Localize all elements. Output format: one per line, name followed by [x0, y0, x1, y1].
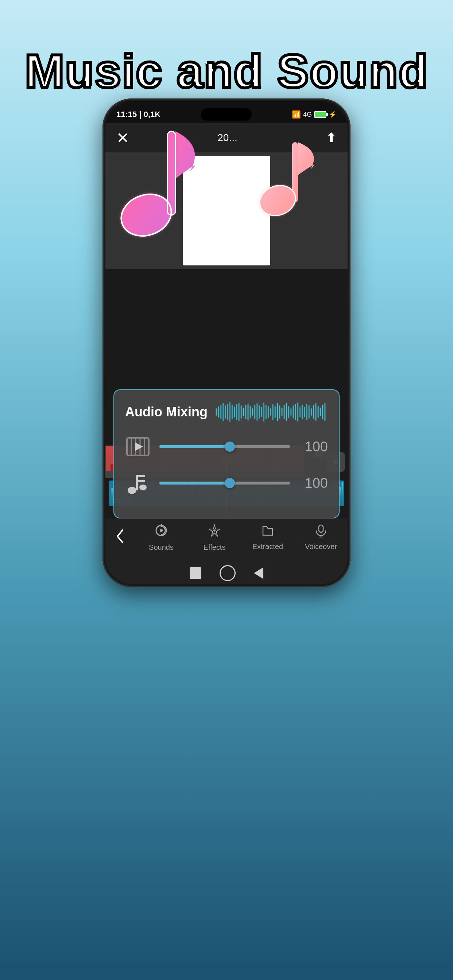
video-track-icon — [125, 434, 151, 460]
effects-icon — [207, 523, 222, 540]
nav-item-voiceover[interactable]: Voiceover — [303, 523, 339, 552]
svg-point-55 — [128, 487, 136, 494]
upload-button[interactable]: ⬆ — [326, 130, 337, 145]
waveform-display — [215, 401, 328, 423]
phone-frame: 11:15 | 0,1K 📶 4G ⚡ ✕ 20... ⬆ Audio Mixi… — [102, 99, 351, 587]
svg-point-56 — [139, 485, 147, 490]
nav-item-effects[interactable]: Effects — [196, 523, 233, 552]
nav-item-sounds[interactable]: Sounds — [143, 523, 179, 552]
svg-rect-45 — [317, 406, 319, 418]
nav-items: Sounds Effects — [135, 523, 348, 552]
voiceover-label: Voiceover — [305, 542, 337, 551]
effects-label: Effects — [204, 543, 226, 552]
svg-rect-22 — [265, 405, 266, 419]
svg-rect-14 — [247, 404, 249, 420]
svg-rect-59 — [136, 480, 145, 482]
svg-rect-24 — [270, 408, 271, 415]
svg-rect-46 — [319, 407, 321, 416]
page-title: Music and Sound — [25, 44, 428, 99]
svg-rect-38 — [301, 405, 303, 419]
battery-icon — [314, 111, 327, 118]
svg-rect-43 — [313, 405, 314, 419]
svg-point-164 — [214, 530, 215, 531]
svg-rect-31 — [286, 403, 287, 421]
video-volume-slider[interactable] — [160, 445, 290, 448]
svg-rect-47 — [322, 405, 323, 419]
svg-rect-27 — [276, 403, 278, 421]
nav-item-extracted[interactable]: Extracted — [249, 523, 286, 552]
nav-square-btn[interactable] — [190, 567, 201, 579]
svg-rect-3 — [222, 403, 224, 421]
svg-rect-13 — [245, 405, 247, 419]
svg-rect-44 — [315, 403, 317, 421]
signal-label: 4G — [303, 111, 312, 118]
svg-rect-36 — [297, 402, 298, 422]
video-track-row: 100 — [125, 434, 328, 460]
svg-rect-35 — [295, 404, 296, 420]
svg-rect-5 — [227, 404, 228, 420]
panel-title: Audio Mixing — [125, 404, 207, 420]
svg-rect-12 — [242, 407, 244, 416]
status-icons: 📶 4G ⚡ — [292, 110, 337, 119]
signal-icon: 📶 — [292, 110, 301, 119]
svg-rect-29 — [281, 407, 283, 416]
svg-rect-15 — [249, 406, 251, 418]
voiceover-icon — [314, 523, 328, 539]
svg-rect-28 — [279, 406, 281, 418]
extracted-label: Extracted — [252, 542, 283, 551]
panel-header: Audio Mixing — [125, 401, 328, 423]
svg-rect-4 — [225, 406, 226, 418]
svg-rect-11 — [240, 406, 242, 418]
toolbar-title: 20... — [217, 132, 237, 144]
music-volume-value: 100 — [299, 476, 328, 491]
svg-rect-20 — [261, 407, 262, 417]
svg-rect-6 — [229, 402, 231, 422]
video-slider-thumb[interactable] — [225, 442, 235, 452]
svg-rect-2 — [220, 405, 222, 419]
status-notch — [201, 108, 252, 121]
music-volume-slider[interactable] — [160, 482, 290, 485]
video-preview — [105, 153, 348, 269]
svg-rect-30 — [283, 405, 285, 419]
svg-rect-18 — [257, 403, 258, 421]
svg-rect-57 — [136, 475, 138, 490]
status-time: 11:15 | 0,1K — [116, 110, 161, 119]
svg-rect-16 — [252, 408, 253, 415]
phone-home-bar — [190, 565, 263, 581]
svg-rect-7 — [231, 405, 233, 419]
svg-rect-33 — [290, 408, 292, 415]
svg-rect-19 — [258, 406, 260, 418]
svg-rect-159 — [342, 482, 343, 504]
svg-rect-1 — [218, 407, 219, 417]
svg-rect-39 — [304, 407, 305, 417]
music-slider-thumb[interactable] — [225, 478, 235, 488]
nav-back-btn[interactable] — [254, 567, 263, 579]
svg-rect-21 — [263, 402, 265, 422]
nav-home-btn[interactable] — [220, 565, 236, 581]
svg-point-161 — [160, 529, 163, 532]
nav-back-button[interactable] — [105, 523, 135, 546]
music-track-icon — [125, 470, 151, 496]
svg-rect-9 — [236, 404, 238, 420]
close-button[interactable]: ✕ — [116, 129, 129, 147]
svg-rect-34 — [292, 406, 294, 418]
svg-rect-17 — [254, 405, 255, 419]
svg-rect-165 — [319, 525, 323, 532]
extracted-icon — [261, 523, 274, 539]
svg-rect-25 — [272, 404, 274, 420]
video-preview-inner — [183, 156, 270, 266]
svg-marker-54 — [135, 442, 143, 451]
svg-rect-26 — [274, 406, 276, 418]
app-toolbar: ✕ 20... ⬆ — [105, 123, 348, 153]
svg-rect-8 — [234, 407, 235, 417]
battery-charge-icon: ⚡ — [329, 110, 337, 118]
svg-rect-37 — [299, 407, 301, 417]
svg-rect-41 — [308, 406, 309, 418]
svg-rect-58 — [136, 475, 145, 477]
sounds-icon — [154, 523, 168, 540]
svg-rect-40 — [306, 404, 308, 420]
svg-rect-10 — [238, 403, 239, 421]
sounds-label: Sounds — [149, 543, 174, 552]
svg-rect-32 — [288, 406, 289, 418]
svg-rect-23 — [268, 406, 269, 418]
